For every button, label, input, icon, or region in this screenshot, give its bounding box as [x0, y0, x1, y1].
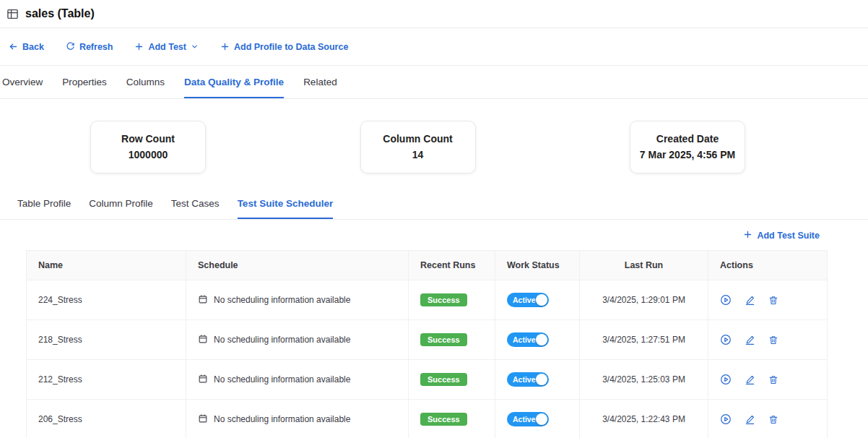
subtab-column-profile[interactable]: Column Profile: [89, 194, 153, 219]
active-toggle[interactable]: Active: [507, 332, 549, 347]
refresh-button[interactable]: Refresh: [66, 42, 113, 52]
card-value: 7 Mar 2025, 4:56 PM: [639, 147, 736, 163]
back-button[interactable]: Back: [9, 42, 44, 52]
plus-icon: [220, 42, 230, 51]
toggle-knob: [536, 294, 547, 306]
last-run-time: 3/4/2025, 1:27:51 PM: [580, 320, 708, 360]
delete-button[interactable]: [768, 414, 778, 425]
row-actions: [720, 294, 815, 306]
refresh-icon: [66, 42, 75, 51]
subtab-table-profile[interactable]: Table Profile: [17, 194, 71, 219]
toggle-knob: [536, 334, 547, 345]
edit-button[interactable]: [745, 414, 755, 425]
tab-related[interactable]: Related: [303, 66, 337, 98]
title-bar: sales (Table): [0, 0, 868, 28]
table-row: 206_Stress No scheduling information ava…: [27, 400, 828, 438]
chevron-down-icon: [191, 43, 199, 51]
edit-button[interactable]: [745, 295, 755, 306]
suite-name[interactable]: 218_Stress: [27, 320, 186, 360]
card-value: 14: [370, 147, 466, 163]
row-actions: [720, 374, 815, 385]
delete-button[interactable]: [768, 295, 778, 306]
card-value: 1000000: [100, 147, 196, 163]
toggle-knob: [536, 413, 547, 425]
card-created-date: Created Date 7 Mar 2025, 4:56 PM: [630, 121, 745, 173]
schedule-info: No scheduling information available: [198, 294, 396, 306]
plus-icon: [134, 42, 144, 51]
column-header-work-status: Work Status: [495, 251, 580, 280]
status-badge[interactable]: Success: [420, 293, 467, 306]
run-button[interactable]: [720, 334, 732, 345]
active-toggle[interactable]: Active: [507, 412, 549, 426]
calendar-icon: [198, 374, 208, 386]
last-run-time: 3/4/2025, 1:22:43 PM: [580, 400, 708, 438]
toolbar: Back Refresh Add Test Add: [0, 28, 868, 66]
add-test-suite-button[interactable]: Add Test Suite: [743, 230, 820, 241]
last-run-time: 3/4/2025, 1:25:03 PM: [580, 360, 708, 400]
schedule-info: No scheduling information available: [198, 374, 396, 386]
table-row: 218_Stress No scheduling information ava…: [27, 320, 828, 360]
test-suite-table: Name Schedule Recent Runs Work Status La…: [26, 250, 828, 438]
table-row: 212_Stress No scheduling information ava…: [27, 360, 828, 400]
column-header-actions: Actions: [708, 251, 828, 280]
card-title: Row Count: [100, 132, 196, 147]
card-row-count: Row Count 1000000: [90, 121, 206, 173]
tab-overview[interactable]: Overview: [2, 66, 43, 98]
tab-columns[interactable]: Columns: [126, 66, 165, 98]
table-row: 224_Stress No scheduling information ava…: [27, 280, 828, 320]
suite-name[interactable]: 212_Stress: [27, 360, 186, 400]
run-button[interactable]: [720, 413, 732, 425]
table-header-row: Name Schedule Recent Runs Work Status La…: [27, 251, 828, 280]
tab-properties[interactable]: Properties: [62, 66, 107, 98]
subtab-test-cases[interactable]: Test Cases: [171, 194, 220, 219]
main-tabs: Overview Properties Columns Data Quality…: [0, 66, 868, 99]
arrow-left-icon: [9, 42, 18, 51]
plus-icon: [743, 230, 752, 241]
edit-button[interactable]: [745, 335, 755, 345]
column-header-last-run: Last Run: [580, 251, 708, 280]
edit-button[interactable]: [745, 374, 755, 385]
delete-button[interactable]: [768, 335, 778, 345]
card-column-count: Column Count 14: [360, 121, 476, 173]
suite-name[interactable]: 206_Stress: [27, 400, 186, 438]
card-title: Created Date: [639, 132, 736, 147]
summary-cards: Row Count 1000000 Column Count 14 Create…: [0, 99, 868, 173]
run-button[interactable]: [720, 294, 732, 306]
page-title: sales (Table): [25, 7, 95, 20]
add-test-button[interactable]: Add Test: [134, 42, 199, 52]
row-actions: [720, 413, 815, 425]
profile-subtabs: Table Profile Column Profile Test Cases …: [0, 194, 868, 220]
delete-button[interactable]: [768, 374, 778, 385]
calendar-icon: [198, 334, 208, 346]
add-profile-button[interactable]: Add Profile to Data Source: [220, 42, 348, 52]
active-toggle[interactable]: Active: [507, 293, 549, 307]
run-button[interactable]: [720, 374, 732, 385]
last-run-time: 3/4/2025, 1:29:01 PM: [580, 280, 708, 320]
row-actions: [720, 334, 815, 345]
tab-data-quality-profile[interactable]: Data Quality & Profile: [184, 66, 284, 98]
calendar-icon: [198, 294, 208, 306]
schedule-info: No scheduling information available: [198, 334, 396, 346]
calendar-icon: [198, 413, 208, 426]
subtab-test-suite-scheduler[interactable]: Test Suite Scheduler: [238, 194, 334, 219]
column-header-name: Name: [27, 251, 186, 280]
card-title: Column Count: [370, 132, 466, 147]
status-badge[interactable]: Success: [420, 333, 467, 346]
column-header-schedule: Schedule: [186, 251, 409, 280]
active-toggle[interactable]: Active: [507, 372, 549, 387]
status-badge[interactable]: Success: [420, 413, 467, 426]
column-header-recent-runs: Recent Runs: [409, 251, 495, 280]
table-entity-icon: [6, 8, 19, 20]
schedule-info: No scheduling information available: [198, 413, 396, 426]
status-badge[interactable]: Success: [420, 373, 467, 386]
suite-name[interactable]: 224_Stress: [27, 280, 186, 320]
toggle-knob: [536, 374, 547, 385]
suite-actions-row: Add Test Suite: [0, 220, 868, 241]
